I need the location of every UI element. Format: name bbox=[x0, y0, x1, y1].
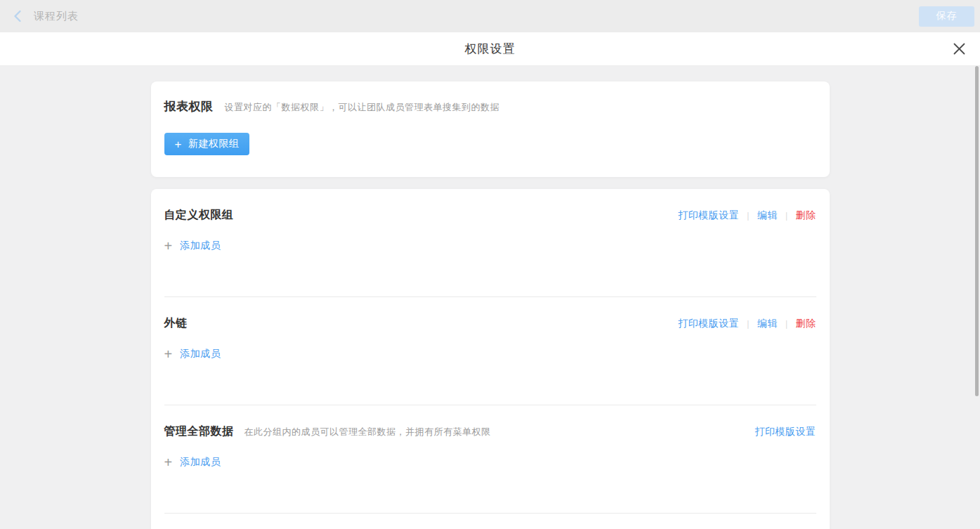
permission-group-section: 自定义权限组 打印模版设置编辑删除 + 添加成员 bbox=[164, 189, 816, 297]
add-member-label: 添加成员 bbox=[180, 456, 221, 469]
group-action-print[interactable]: 打印模版设置 bbox=[678, 209, 739, 222]
group-action-delete[interactable]: 删除 bbox=[778, 209, 816, 222]
plus-icon: + bbox=[175, 138, 182, 150]
group-action-edit[interactable]: 编辑 bbox=[739, 318, 778, 330]
report-permission-card: 报表权限 设置对应的「数据权限」，可以让团队成员管理表单搜集到的数据 + 新建权… bbox=[151, 81, 830, 177]
permission-group-section: 外链 打印模版设置编辑删除 + 添加成员 bbox=[164, 297, 816, 405]
add-member-button[interactable]: + 添加成员 bbox=[164, 347, 221, 361]
add-member-button[interactable]: + 添加成员 bbox=[164, 239, 221, 253]
new-permission-group-label: 新建权限组 bbox=[188, 138, 240, 150]
group-header: 自定义权限组 打印模版设置编辑删除 bbox=[164, 208, 816, 223]
plus-icon: + bbox=[164, 347, 173, 361]
new-permission-group-button[interactable]: + 新建权限组 bbox=[164, 133, 250, 155]
group-action-delete[interactable]: 删除 bbox=[778, 318, 816, 330]
breadcrumb-course-list[interactable]: 课程列表 bbox=[34, 10, 79, 23]
close-icon[interactable] bbox=[951, 41, 967, 57]
group-header: 外链 打印模版设置编辑删除 bbox=[164, 316, 816, 331]
group-actions: 打印模版设置编辑删除 bbox=[678, 318, 816, 330]
group-desc: 在此分组内的成员可以管理全部数据，并拥有所有菜单权限 bbox=[244, 426, 491, 438]
topbar: 课程列表 保存 bbox=[0, 0, 980, 32]
permission-settings-modal: 权限设置 报表权限 设置对应的「数据权限」，可以让团队成员管理表单搜集到的数据 … bbox=[0, 32, 980, 529]
group-name: 外链 bbox=[164, 316, 188, 331]
report-permission-title: 报表权限 bbox=[164, 98, 214, 115]
modal-header: 权限设置 bbox=[0, 32, 980, 66]
plus-icon: + bbox=[164, 455, 173, 469]
group-action-edit[interactable]: 编辑 bbox=[739, 209, 778, 222]
group-name: 自定义权限组 bbox=[164, 208, 234, 223]
group-actions: 打印模版设置 bbox=[755, 426, 816, 438]
topbar-left: 课程列表 bbox=[13, 10, 79, 23]
permission-groups-card: 自定义权限组 打印模版设置编辑删除 + 添加成员 外链 打印模版设置编辑删除 +… bbox=[151, 189, 830, 529]
add-member-label: 添加成员 bbox=[180, 240, 221, 252]
group-action-print[interactable]: 打印模版设置 bbox=[755, 426, 816, 438]
report-permission-desc: 设置对应的「数据权限」，可以让团队成员管理表单搜集到的数据 bbox=[225, 101, 500, 114]
group-action-print[interactable]: 打印模版设置 bbox=[678, 318, 739, 330]
modal-title: 权限设置 bbox=[465, 41, 516, 57]
add-member-label: 添加成员 bbox=[180, 348, 221, 360]
add-member-button[interactable]: + 添加成员 bbox=[164, 455, 221, 469]
save-button[interactable]: 保存 bbox=[919, 6, 974, 27]
back-chevron-icon[interactable] bbox=[13, 10, 22, 22]
group-header: 管理全部数据 在此分组内的成员可以管理全部数据，并拥有所有菜单权限 打印模版设置 bbox=[164, 424, 816, 439]
modal-body[interactable]: 报表权限 设置对应的「数据权限」，可以让团队成员管理表单搜集到的数据 + 新建权… bbox=[0, 66, 980, 529]
permission-group-section: 管理本人数据 在此分组内的成员可以管理自己数据，并拥有所有菜单权限 打印模版设置… bbox=[164, 514, 816, 529]
permission-group-section: 管理全部数据 在此分组内的成员可以管理全部数据，并拥有所有菜单权限 打印模版设置… bbox=[164, 405, 816, 514]
group-name: 管理全部数据 bbox=[164, 424, 234, 439]
scrollbar-thumb[interactable] bbox=[975, 66, 979, 396]
plus-icon: + bbox=[164, 239, 173, 253]
group-actions: 打印模版设置编辑删除 bbox=[678, 209, 816, 222]
